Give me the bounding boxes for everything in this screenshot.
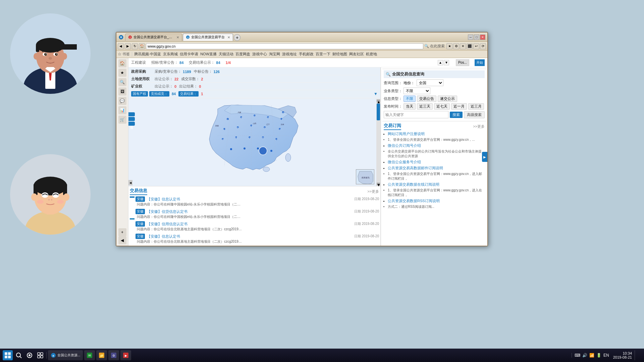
bookmark-friends[interactable]: 网友社区 [349,52,364,57]
collapse-left-btn[interactable]: ◀ [128,180,132,185]
toolbar-btn-3[interactable]: ✕ [460,43,466,49]
bookmark-shuqian[interactable]: 书签 [122,52,130,56]
page-up-btn[interactable]: ▲ [438,60,443,65]
info-type-announce-btn[interactable]: 交易公告 [417,96,436,102]
svg-rect-90 [5,352,7,355]
bookmark-netdisk[interactable]: 百度网盘 [235,52,250,57]
bookmark-gamecenter[interactable]: 游戏中心 [252,52,267,57]
sidebar-home-icon[interactable]: 🏠 [118,59,126,67]
side-tab-3[interactable]: 规范 [128,122,135,126]
svg-rect-24 [34,184,67,191]
news-link-2[interactable]: 【安徽】信用信息认定书 [147,222,187,227]
map-vscroll[interactable]: ▲ ▼ [376,99,380,186]
home-btn[interactable]: 🏠 [139,43,145,49]
bookmark-phone[interactable]: 手机邮政 [299,52,314,57]
expand-right-arrow[interactable]: ▶ [482,152,487,162]
date-3months-btn[interactable]: 近三月 [468,103,484,110]
info-type-all-btn[interactable]: 不限 [404,96,416,102]
bookmark-now[interactable]: NOW直播 [200,52,217,57]
sub-item-10: 方式二：通过RSS阅读器订阅... [388,204,485,209]
go-btn[interactable]: 开始 [475,59,485,66]
taskbar-taskview-icon[interactable] [36,351,45,360]
pos-btn[interactable]: Pos... [456,59,469,66]
reload-btn[interactable]: ↻ [132,43,138,49]
toolbar-btn-5[interactable]: ↩ [473,43,479,49]
taskbar-app-5[interactable]: ▶ [120,350,131,360]
date-1month-btn[interactable]: 近一月 [451,103,467,110]
svg-rect-7 [36,45,39,52]
sidebar-add-icon[interactable]: + [118,228,126,236]
sub-item-2[interactable]: 微信公共订阅号介绍 [388,143,421,147]
region-select[interactable]: 全国 [417,79,443,86]
toolbar-btn-4[interactable]: ⬛ [467,43,473,49]
info-type-result-btn[interactable]: 遂交公示 [438,96,457,102]
date-7days-btn[interactable]: 近七天 [434,103,450,110]
taskbar-app-4[interactable]: ⚙ [108,350,119,360]
taskbar-app-3[interactable]: 📁 [96,350,107,360]
window-controls: ─ □ ✕ [468,35,485,40]
search-adv-btn[interactable]: 高级搜索 [464,111,485,118]
forward-btn[interactable]: ▶ [125,43,131,49]
win-maximize-btn[interactable]: □ [474,35,479,40]
svg-text:辽宁: 辽宁 [266,123,270,125]
news-more[interactable]: >>更多 [367,189,379,194]
tab-add-button[interactable]: + [234,34,240,41]
bookmark-baidu[interactable]: 百里一下 [316,52,330,57]
type-select[interactable]: 不限 [404,87,430,94]
subscription-more[interactable]: >>更多 [473,124,485,129]
tab-close-baidu[interactable]: ✕ [176,36,179,39]
sidebar-search-icon[interactable]: 🔍 [118,78,126,86]
sidebar-image-icon[interactable]: 🖼 [118,87,126,96]
scroll-thumb[interactable] [377,104,380,120]
tab-close-ggzy[interactable]: ✕ [227,36,230,39]
page-down-btn[interactable]: ▼ [444,60,449,65]
sub-item-4[interactable]: 微信公众服务号介绍 [388,160,421,164]
toolbar-btn-6[interactable]: ⟳ [480,43,486,49]
taskbar-cortana-icon[interactable] [25,351,34,360]
keyword-input[interactable] [384,111,448,118]
search-submit-btn[interactable]: 搜索 [450,112,463,118]
sub-item-9[interactable]: 公共资源交易数据RSS订阅说明 [388,199,440,203]
scroll-down-btn[interactable]: ▼ [377,183,380,185]
news-link-3[interactable]: 【安徽】信息认定书 [147,234,180,239]
sub-item-7[interactable]: 公共资源交易数据在线订阅说明 [388,182,439,186]
taskbar-search-icon[interactable] [14,351,23,360]
start-button[interactable] [3,350,13,360]
toolbar-btn-1[interactable]: ★ [446,43,452,49]
sidebar-chart-icon[interactable]: 📊 [118,106,126,114]
bookmark-tengxun[interactable]: 腾讯视频·中国蓝 [134,52,161,57]
sidebar-star-icon[interactable]: ★ [118,69,126,77]
date-today-btn[interactable]: 当天 [404,103,416,110]
date-3days-btn[interactable]: 近三天 [417,103,433,110]
win-minimize-btn[interactable]: ─ [468,35,473,40]
toolbar-btn-2[interactable]: ⚙ [453,43,459,49]
taskbar-ie-app[interactable]: e 全国公共资源... [48,350,83,360]
svg-rect-99 [41,353,43,355]
side-tab-2[interactable]: 标准 [128,117,135,121]
tab-baidu-search[interactable]: 百 全国公共资源交易平台_百度搜索 ✕ [125,34,182,41]
sub-item-5[interactable]: 公共资源交易高数据邮件订阅说明 [388,166,443,170]
bookmark-secret[interactable]: 机密地 [366,52,377,57]
sidebar-collapse-icon[interactable]: ◀ [118,236,126,244]
taskbar-app-2[interactable]: ✉ [84,350,95,360]
news-link-1[interactable]: 【安徽】信贷信息认定书 [147,209,187,214]
bookmark-finance[interactable]: 财经地图 [332,52,347,57]
bookmark-game[interactable]: 游戏地址 [282,52,297,57]
tab-ggzy[interactable]: 全 全国公共资源交易平台 ✕ [183,34,233,41]
show-desktop-btn[interactable] [635,350,641,360]
side-tab-1[interactable]: 法规 [128,112,135,116]
sidebar-chat-icon[interactable]: 💬 [118,97,126,105]
back-btn[interactable]: ◀ [118,43,124,49]
bookmark-jd[interactable]: 京东商城 [163,52,178,57]
bookmark-tmall[interactable]: 天猫活动 [219,52,233,57]
win-close-btn[interactable]: ✕ [480,35,485,40]
news-link-0[interactable]: 【安徽】信息认定书 [147,197,180,202]
bookmark-credit[interactable]: 信用卡申请 [180,52,198,57]
bookmark-taobao[interactable]: 淘宝网 [269,52,280,57]
scroll-up-btn[interactable]: ▲ [377,100,380,102]
expand-icon[interactable]: ▼ [374,92,378,96]
subscription-section: 交易订阅 >>更多 网站订阅用户注册说明 1、登录全国公共资源交易平台官网：ww… [382,121,486,212]
sidebar-cart-icon[interactable]: 🛒 [118,116,126,124]
sub-item-0[interactable]: 网站订阅用户注册说明 [388,132,425,136]
url-bar[interactable] [146,43,423,49]
